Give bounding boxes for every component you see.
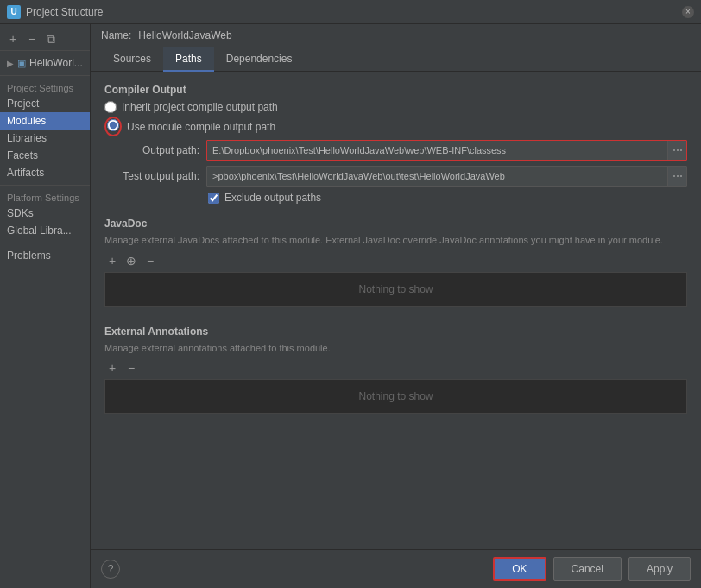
sidebar-item-problems[interactable]: Problems [0, 247, 90, 264]
sidebar-toolbar: + − ⧉ [0, 28, 90, 51]
action-buttons: OK Cancel Apply [493, 557, 691, 581]
sidebar-item-facets-label: Facets [7, 149, 38, 161]
compiler-output-section: Compiler Output Inherit project compile … [104, 84, 687, 204]
remove-module-button[interactable]: − [24, 31, 40, 47]
title-bar: U Project Structure × [0, 0, 701, 24]
use-module-radio-row: Use module compile output path [104, 117, 687, 136]
inherit-radio[interactable] [104, 101, 117, 113]
ext-annotations-remove-button[interactable]: − [123, 360, 139, 376]
ok-button[interactable]: OK [493, 557, 546, 581]
javadoc-nothing-box: Nothing to show [104, 272, 687, 307]
test-output-path-input[interactable] [207, 168, 667, 184]
sidebar-item-sdks[interactable]: SDKs [0, 205, 90, 222]
content-area: Name: HelloWorldJavaWeb Sources Paths De… [91, 24, 701, 588]
sidebar-item-global-libs[interactable]: Global Libra... [0, 222, 90, 239]
sidebar-item-artifacts-label: Artifacts [7, 167, 44, 179]
tab-paths[interactable]: Paths [163, 47, 214, 72]
cancel-button[interactable]: Cancel [553, 557, 622, 581]
sidebar-item-problems-label: Problems [7, 250, 51, 262]
tree-arrow-icon: ▶ [7, 59, 14, 68]
sidebar-item-project[interactable]: Project [0, 95, 90, 112]
sidebar-item-libraries[interactable]: Libraries [0, 130, 90, 147]
close-button[interactable]: × [682, 6, 694, 18]
javadoc-add-alt-button[interactable]: ⊕ [123, 253, 139, 269]
javadoc-title: JavaDoc [104, 218, 687, 230]
external-annotations-section: External Annotations Manage external ann… [104, 326, 687, 423]
javadoc-toolbar: + ⊕ − [104, 253, 687, 269]
inherit-radio-label: Inherit project compile output path [122, 101, 278, 113]
output-path-input-wrap: ⋯ [206, 140, 687, 161]
project-settings-section-label: Project Settings [0, 79, 90, 95]
title-bar-text: Project Structure [26, 6, 677, 18]
javadoc-section: JavaDoc Manage external JavaDocs attache… [104, 218, 687, 315]
bottom-bar: ? OK Cancel Apply [91, 549, 701, 588]
sidebar-divider-2 [0, 185, 90, 186]
sidebar-item-artifacts[interactable]: Artifacts [0, 164, 90, 181]
platform-settings-label: Platform Settings [0, 189, 90, 205]
use-module-radio-label: Use module compile output path [127, 121, 275, 133]
sidebar-item-modules-label: Modules [7, 115, 46, 127]
exclude-checkbox-row: Exclude output paths [208, 192, 687, 204]
javadoc-nothing-label: Nothing to show [358, 283, 433, 295]
apply-button[interactable]: Apply [628, 557, 691, 581]
javadoc-remove-button[interactable]: − [142, 253, 158, 269]
paths-content: Compiler Output Inherit project compile … [91, 72, 701, 549]
add-module-button[interactable]: + [5, 31, 21, 47]
module-icon: ▣ [17, 58, 26, 69]
module-tree-item[interactable]: ▶ ▣ HelloWorl... [0, 54, 90, 72]
name-value: HelloWorldJavaWeb [138, 29, 231, 41]
ext-annotations-add-button[interactable]: + [104, 360, 120, 376]
tab-dependencies[interactable]: Dependencies [214, 47, 305, 72]
tabs-bar: Sources Paths Dependencies [91, 47, 701, 72]
exclude-checkbox[interactable] [208, 193, 219, 204]
sidebar-item-sdks-label: SDKs [7, 207, 34, 219]
output-path-row: Output path: ⋯ [104, 140, 687, 161]
sidebar-item-project-label: Project [7, 98, 39, 110]
test-output-path-input-wrap: ⋯ [206, 166, 687, 187]
output-path-input[interactable] [207, 142, 667, 158]
exclude-label: Exclude output paths [224, 192, 321, 204]
module-tree-label: HelloWorl... [29, 57, 83, 69]
output-path-browse-button[interactable]: ⋯ [667, 141, 686, 160]
sidebar-item-global-libs-label: Global Libra... [7, 224, 72, 237]
ext-annotations-toolbar: + − [104, 360, 687, 376]
copy-module-button[interactable]: ⧉ [43, 31, 59, 47]
sidebar-item-libraries-label: Libraries [7, 132, 47, 144]
sidebar: + − ⧉ ▶ ▣ HelloWorl... Project Settings … [0, 24, 91, 588]
app-icon: U [7, 5, 21, 19]
ext-annotations-nothing-label: Nothing to show [358, 390, 433, 402]
sidebar-item-facets[interactable]: Facets [0, 147, 90, 164]
help-button[interactable]: ? [101, 560, 120, 579]
inherit-radio-row: Inherit project compile output path [104, 101, 687, 113]
sidebar-divider-3 [0, 243, 90, 243]
test-output-path-browse-button[interactable]: ⋯ [667, 167, 686, 186]
output-path-label: Output path: [104, 144, 199, 156]
javadoc-add-button[interactable]: + [104, 253, 120, 269]
sidebar-divider-1 [0, 75, 90, 76]
main-layout: + − ⧉ ▶ ▣ HelloWorl... Project Settings … [0, 24, 701, 588]
external-annotations-description: Manage external annotations attached to … [104, 341, 687, 356]
external-annotations-title: External Annotations [104, 326, 687, 338]
javadoc-description: Manage external JavaDocs attached to thi… [104, 233, 687, 248]
ext-annotations-nothing-box: Nothing to show [104, 379, 687, 414]
module-header: Name: HelloWorldJavaWeb [91, 24, 701, 47]
use-module-radio[interactable] [107, 119, 119, 131]
sidebar-item-modules[interactable]: Modules [0, 112, 90, 130]
name-label: Name: [101, 29, 131, 41]
use-module-radio-highlight [104, 117, 122, 136]
tab-sources[interactable]: Sources [101, 47, 163, 72]
test-output-path-label: Test output path: [104, 170, 199, 182]
test-output-path-row: Test output path: ⋯ [104, 166, 687, 187]
compiler-output-title: Compiler Output [104, 84, 687, 96]
